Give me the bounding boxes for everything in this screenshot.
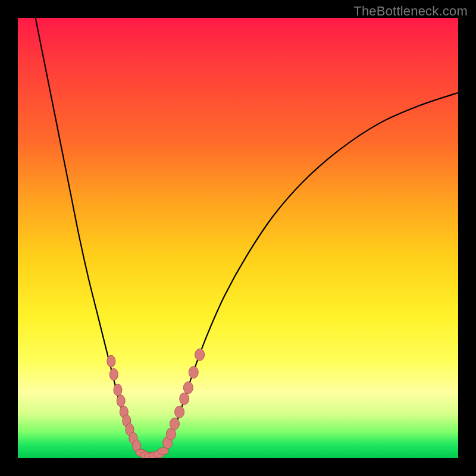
right-marker <box>170 418 179 430</box>
watermark-text: TheBottleneck.com <box>353 4 468 19</box>
right-marker <box>189 367 198 378</box>
marker-group <box>107 349 205 458</box>
chart-svg <box>18 18 458 458</box>
right-marker <box>175 406 184 418</box>
left-marker <box>114 384 122 396</box>
left-marker <box>117 395 125 407</box>
left-marker <box>109 368 118 380</box>
right-marker <box>195 349 205 361</box>
right-marker <box>180 393 189 405</box>
bottom-marker <box>158 447 168 455</box>
outer-frame: TheBottleneck.com <box>0 0 476 476</box>
bottleneck-curve <box>36 18 458 456</box>
right-marker <box>183 382 193 394</box>
left-marker <box>107 355 115 367</box>
plot-area <box>18 18 458 458</box>
curve-group <box>36 18 458 456</box>
